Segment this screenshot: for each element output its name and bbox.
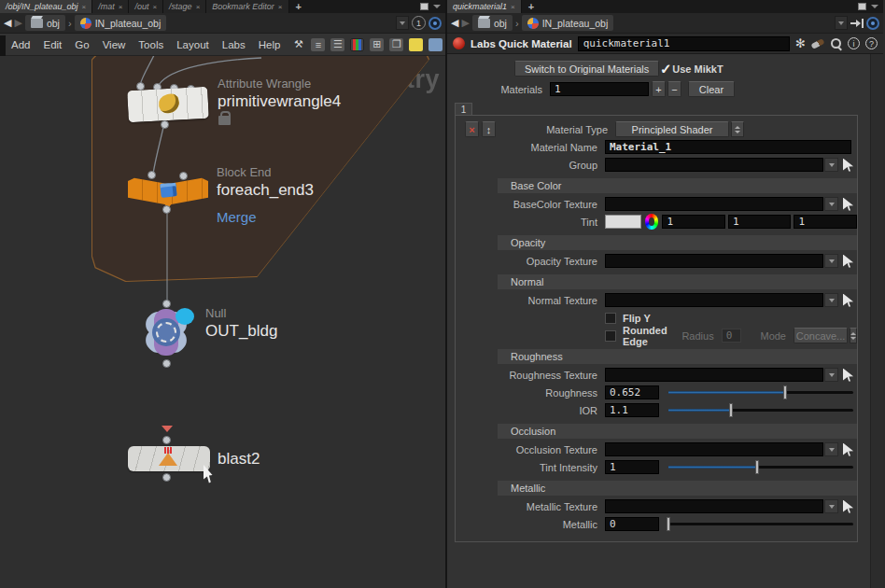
- tab-quickmaterial1[interactable]: quickmaterial1 ×: [447, 0, 522, 13]
- node-blast2[interactable]: [128, 446, 210, 471]
- normal-texture-dropdown[interactable]: [824, 293, 838, 307]
- menu-help[interactable]: Help: [253, 39, 287, 50]
- menu-go[interactable]: Go: [69, 39, 94, 50]
- metallic-texture-dropdown[interactable]: [824, 499, 838, 513]
- occlusion-texture-dropdown[interactable]: [824, 442, 838, 456]
- group-picker-icon[interactable]: [843, 159, 855, 172]
- metallic-file-picker-icon[interactable]: [843, 500, 855, 513]
- menu-layout[interactable]: Layout: [171, 39, 215, 50]
- tint-b-field[interactable]: 1: [794, 215, 857, 229]
- radial-menu-icon[interactable]: [866, 17, 879, 30]
- material-name-field[interactable]: Material_1: [605, 140, 851, 154]
- node-output-dot[interactable]: [161, 120, 169, 129]
- node-output-dot[interactable]: [162, 473, 171, 482]
- color-palette-icon[interactable]: [350, 38, 364, 51]
- windows-icon[interactable]: ❐: [389, 38, 403, 51]
- opacity-texture-field[interactable]: [605, 254, 823, 268]
- search-icon[interactable]: [830, 37, 842, 49]
- menu-tools[interactable]: Tools: [133, 39, 169, 50]
- new-tab-button[interactable]: +: [522, 0, 541, 13]
- node-output-dot[interactable]: [162, 359, 171, 368]
- menu-labs[interactable]: Labs: [217, 39, 251, 50]
- opacity-file-picker-icon[interactable]: [843, 255, 855, 268]
- tint-r-field[interactable]: 1: [662, 215, 725, 229]
- back-button[interactable]: ◀: [451, 18, 458, 28]
- menu-add[interactable]: Add: [6, 39, 35, 50]
- spinner-icon[interactable]: [731, 121, 744, 137]
- tab-out[interactable]: /out ×: [129, 0, 163, 13]
- rounded-edge-checkbox[interactable]: [605, 330, 616, 342]
- pin-icon[interactable]: [850, 19, 864, 28]
- roughness-slider[interactable]: [668, 386, 853, 399]
- tab-obj-in-plateau[interactable]: /obj/IN_plateau_obj ×: [0, 0, 92, 13]
- network-editor-canvas[interactable]: Geometry Attribute Wrangle primitivewran…: [0, 56, 447, 588]
- switch-original-materials-button[interactable]: Switch to Original Materials: [514, 61, 659, 77]
- tint-g-field[interactable]: 1: [728, 215, 792, 229]
- close-icon[interactable]: ×: [278, 3, 283, 11]
- node-primitivewrangle4[interactable]: [127, 87, 209, 122]
- metallic-value-field[interactable]: 0: [605, 517, 659, 531]
- breadcrumb-in-plateau-obj[interactable]: IN_plateau_obj: [522, 15, 614, 31]
- breadcrumb-obj[interactable]: obj: [472, 15, 513, 31]
- node-output-dot[interactable]: [162, 205, 171, 214]
- tint-intensity-field[interactable]: 1: [605, 460, 659, 474]
- flip-y-checkbox[interactable]: [605, 313, 616, 324]
- node-out-bldg[interactable]: [136, 304, 196, 360]
- info-icon[interactable]: i: [848, 37, 860, 49]
- parameter-scroll-gutter[interactable]: [870, 54, 883, 588]
- breadcrumb-in-plateau-obj[interactable]: IN_plateau_obj: [75, 15, 167, 31]
- close-icon[interactable]: ×: [152, 3, 157, 11]
- forward-button[interactable]: ▶: [461, 18, 469, 28]
- multiparm-tab-1[interactable]: 1: [455, 103, 472, 115]
- pane-splitter-grip[interactable]: [0, 35, 6, 56]
- forward-button[interactable]: ▶: [14, 18, 21, 28]
- history-count-badge[interactable]: 1: [412, 16, 426, 30]
- section-roughness[interactable]: Roughness: [498, 349, 857, 364]
- pane-menu-icon[interactable]: [871, 5, 878, 8]
- menu-edit[interactable]: Edit: [37, 39, 67, 50]
- grid-layout-icon[interactable]: ⊞: [370, 38, 384, 51]
- node-input-dot[interactable]: [179, 172, 188, 180]
- close-icon[interactable]: ×: [119, 3, 123, 11]
- tint-intensity-slider[interactable]: [668, 461, 853, 474]
- pane-maximize-icon[interactable]: [420, 3, 428, 10]
- section-opacity[interactable]: Opacity: [498, 235, 857, 250]
- add-material-button[interactable]: +: [652, 81, 666, 97]
- back-button[interactable]: ◀: [4, 18, 11, 28]
- reorder-material-button[interactable]: ↕: [482, 121, 496, 137]
- sticky-note-icon[interactable]: [409, 38, 423, 51]
- path-dropdown[interactable]: [396, 16, 409, 30]
- node-input-dot[interactable]: [162, 436, 171, 444]
- material-type-dropdown[interactable]: Principled Shader: [615, 121, 729, 137]
- node-name-label[interactable]: OUT_bldg: [205, 322, 277, 341]
- remove-material-button[interactable]: −: [667, 81, 681, 97]
- tools-icon[interactable]: ⚒: [291, 38, 305, 51]
- close-icon[interactable]: ×: [196, 3, 201, 11]
- metallic-texture-field[interactable]: [605, 499, 823, 513]
- section-metallic[interactable]: Metallic: [498, 481, 857, 496]
- tab-bookmark-editor[interactable]: Bookmark Editor ×: [206, 0, 288, 13]
- radial-menu-icon[interactable]: [428, 17, 442, 30]
- color-wheel-icon[interactable]: [645, 214, 659, 230]
- roughness-texture-dropdown[interactable]: [824, 368, 838, 382]
- tab-mat[interactable]: /mat ×: [92, 0, 129, 13]
- normal-file-picker-icon[interactable]: [843, 294, 855, 307]
- slider-handle[interactable]: [667, 517, 670, 531]
- help-icon[interactable]: ?: [865, 37, 878, 49]
- materials-count-field[interactable]: 1: [550, 82, 649, 96]
- tint-color-swatch[interactable]: [605, 215, 641, 229]
- basecolor-file-picker-icon[interactable]: [843, 198, 855, 211]
- slider-handle[interactable]: [729, 403, 733, 417]
- ior-value-field[interactable]: 1.1: [605, 403, 659, 417]
- use-mikkt-checkbox[interactable]: ✓: [659, 63, 672, 76]
- node-name-label[interactable]: primitivewrangle4: [218, 92, 341, 111]
- roughness-file-picker-icon[interactable]: [843, 369, 855, 382]
- node-name-label[interactable]: foreach_end3: [217, 181, 314, 200]
- brush-icon[interactable]: [810, 38, 824, 49]
- background-image-icon[interactable]: [428, 38, 442, 51]
- gear-icon[interactable]: ✻: [795, 37, 806, 49]
- slider-handle[interactable]: [755, 460, 759, 474]
- new-tab-button[interactable]: +: [289, 0, 308, 13]
- close-icon[interactable]: ×: [511, 3, 515, 11]
- node-name-label[interactable]: blast2: [218, 450, 260, 469]
